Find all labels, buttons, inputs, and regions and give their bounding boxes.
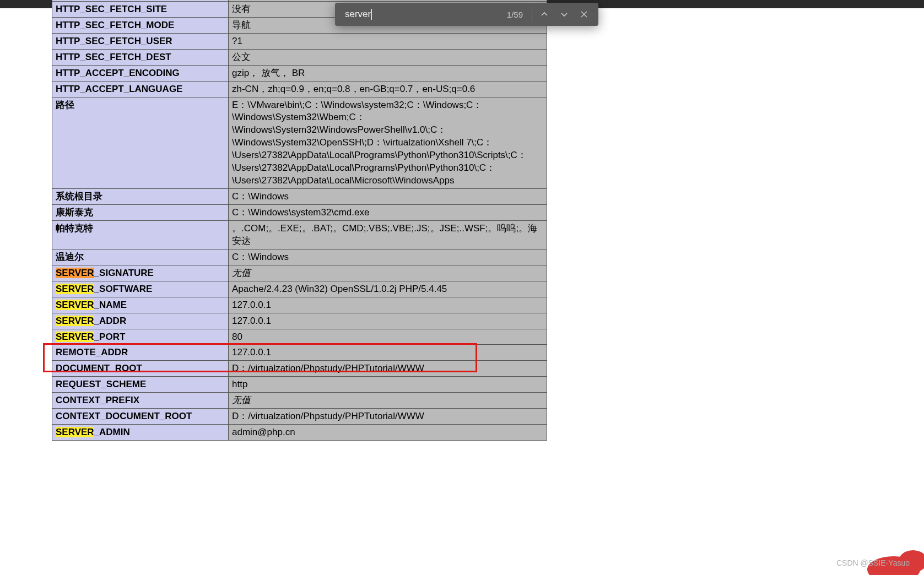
table-row: SERVER_SIGNATURE无值 [52, 265, 547, 281]
env-value: E：\VMware\bin\;C：\Windows\system32;C：\Wi… [229, 97, 547, 189]
table-row: SERVER_ADDR127.0.0.1 [52, 313, 547, 329]
env-key: 帕特克特 [52, 220, 229, 249]
table-row: 路径E：\VMware\bin\;C：\Windows\system32;C：\… [52, 97, 547, 189]
env-value: 。.COM;。.EXE;。.BAT;。CMD;.VBS;.VBE;.JS;。JS… [229, 220, 547, 249]
env-value: 无值 [229, 265, 547, 281]
close-icon [580, 10, 588, 19]
table-row: HTTP_SEC_FETCH_USER?1 [52, 33, 547, 49]
env-key: 系统根目录 [52, 189, 229, 205]
table-row: 温迪尔C：\Windows [52, 249, 547, 265]
env-key: 康斯泰克 [52, 205, 229, 221]
env-value: Apache/2.4.23 (Win32) OpenSSL/1.0.2j PHP… [229, 281, 547, 297]
env-value: D：/virtualzation/Phpstudy/PHPTutorial/WW… [229, 361, 547, 377]
table-row: SERVER_PORT80 [52, 329, 547, 345]
env-value: 80 [229, 329, 547, 345]
find-bar: server 1/59 [335, 3, 598, 26]
env-value: 127.0.0.1 [229, 297, 547, 313]
env-key: SERVER_NAME [52, 297, 229, 313]
watermark-text: CSDN @SSIE-Yasuo [836, 558, 910, 567]
table-row: REQUEST_SCHEMEhttp [52, 377, 547, 393]
text-caret [371, 9, 372, 20]
env-key: SERVER_ADMIN [52, 425, 229, 441]
find-input[interactable]: server [345, 9, 500, 20]
find-close-button[interactable] [574, 4, 594, 24]
env-value: http [229, 377, 547, 393]
find-separator [532, 7, 532, 22]
env-value: D：/virtualzation/Phpstudy/PHPTutorial/WW… [229, 409, 547, 425]
table-row: SERVER_NAME127.0.0.1 [52, 297, 547, 313]
table-row: DOCUMENT_ROOTD：/virtualzation/Phpstudy/P… [52, 361, 547, 377]
env-key: 温迪尔 [52, 249, 229, 265]
table-row: 帕特克特。.COM;。.EXE;。.BAT;。CMD;.VBS;.VBE;.JS… [52, 220, 547, 249]
env-key: DOCUMENT_ROOT [52, 361, 229, 377]
env-key: REQUEST_SCHEME [52, 377, 229, 393]
env-key: HTTP_SEC_FETCH_MODE [52, 17, 229, 33]
env-key: CONTEXT_PREFIX [52, 393, 229, 409]
env-value: 公文 [229, 49, 547, 65]
env-value: ?1 [229, 33, 547, 49]
find-query-text: server [345, 9, 371, 20]
chevron-down-icon [560, 10, 569, 19]
table-row: SERVER_SOFTWAREApache/2.4.23 (Win32) Ope… [52, 281, 547, 297]
env-key: HTTP_SEC_FETCH_SITE [52, 1, 229, 17]
env-vars-table-wrap: HTTP_ACCEPTtext/html，application/xhtml+x… [52, 0, 547, 441]
find-next-button[interactable] [554, 4, 574, 24]
env-vars-table: HTTP_ACCEPTtext/html，application/xhtml+x… [52, 0, 547, 441]
table-row: CONTEXT_DOCUMENT_ROOTD：/virtualzation/Ph… [52, 409, 547, 425]
table-row: REMOTE_ADDR127.0.0.1 [52, 345, 547, 361]
env-key: HTTP_SEC_FETCH_USER [52, 33, 229, 49]
env-value: C：\Windows\system32\cmd.exe [229, 205, 547, 221]
env-key: SERVER_SOFTWARE [52, 281, 229, 297]
env-value: admin@php.cn [229, 425, 547, 441]
env-key: CONTEXT_DOCUMENT_ROOT [52, 409, 229, 425]
env-value: C：\Windows [229, 189, 547, 205]
table-row: SERVER_ADMINadmin@php.cn [52, 425, 547, 441]
table-row: HTTP_ACCEPT_ENCODINGgzip， 放气， BR [52, 65, 547, 81]
table-row: 康斯泰克C：\Windows\system32\cmd.exe [52, 205, 547, 221]
chevron-up-icon [540, 10, 549, 19]
table-row: HTTP_ACCEPT_LANGUAGEzh-CN，zh;q=0.9，en;q=… [52, 81, 547, 97]
table-row: HTTP_SEC_FETCH_DEST公文 [52, 49, 547, 65]
env-key: SERVER_PORT [52, 329, 229, 345]
env-value: 127.0.0.1 [229, 345, 547, 361]
env-key: HTTP_SEC_FETCH_DEST [52, 49, 229, 65]
find-prev-button[interactable] [534, 4, 554, 24]
env-value: 无值 [229, 393, 547, 409]
env-key: SERVER_ADDR [52, 313, 229, 329]
env-value: gzip， 放气， BR [229, 65, 547, 81]
env-value: 127.0.0.1 [229, 313, 547, 329]
env-key: HTTP_ACCEPT_ENCODING [52, 65, 229, 81]
env-key: 路径 [52, 97, 229, 189]
env-value: zh-CN，zh;q=0.9，en;q=0.8，en-GB;q=0.7，en-U… [229, 81, 547, 97]
env-key: HTTP_ACCEPT_LANGUAGE [52, 81, 229, 97]
env-value: C：\Windows [229, 249, 547, 265]
find-count: 1/59 [507, 10, 523, 19]
table-row: 系统根目录C：\Windows [52, 189, 547, 205]
table-row: CONTEXT_PREFIX无值 [52, 393, 547, 409]
env-key: REMOTE_ADDR [52, 345, 229, 361]
env-key: SERVER_SIGNATURE [52, 265, 229, 281]
